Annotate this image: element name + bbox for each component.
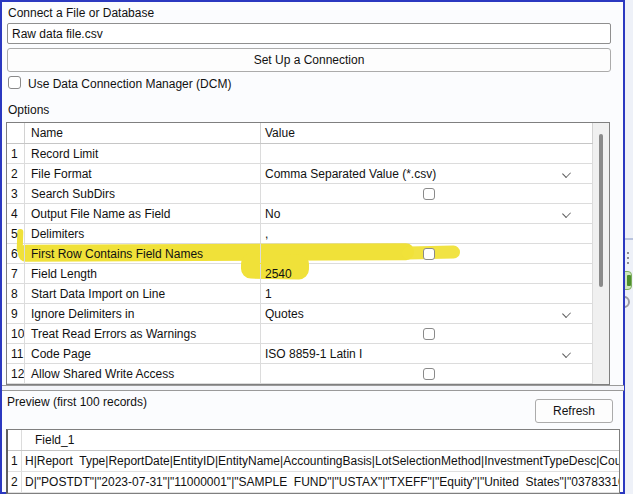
option-value-text: ISO 8859-1 Latin I: [265, 347, 362, 361]
row-number: 12: [7, 364, 25, 383]
row-number: 7: [7, 264, 25, 283]
chevron-down-icon[interactable]: [562, 209, 571, 218]
option-value-cell[interactable]: No: [261, 204, 593, 223]
preview-row-text: D|"POSTDT"|"2023-07-31"|"11000001"|"SAMP…: [22, 472, 619, 492]
preview-row-2: 2D|"POSTDT"|"2023-07-31"|"11000001"|"SAM…: [8, 472, 619, 493]
panel-frame: Connect a File or Database Set Up a Conn…: [0, 0, 625, 494]
row-number: 3: [7, 184, 25, 203]
option-value-text: 2540: [265, 267, 292, 281]
option-value-cell[interactable]: ,: [261, 224, 593, 243]
option-value-text: ,: [265, 227, 268, 241]
canvas-divider: [625, 238, 633, 240]
options-vertical-scrollbar[interactable]: [593, 123, 609, 384]
option-checkbox[interactable]: [423, 188, 435, 200]
options-row-10: 10Treat Read Errors as Warnings: [7, 324, 609, 344]
preview-grid: Field_1 1H|Report Type|ReportDate|Entity…: [6, 429, 620, 494]
option-value-cell[interactable]: [261, 244, 593, 263]
option-value-text: Quotes: [265, 307, 304, 321]
tool-icon-fragment: [625, 271, 632, 290]
connect-file-label: Connect a File or Database: [8, 6, 154, 20]
options-row-12: 12Allow Shared Write Access: [7, 364, 609, 384]
tool-icon-bar: [627, 275, 631, 286]
options-row-11: 11Code PageISO 8859-1 Latin I: [7, 344, 609, 364]
option-name: Ignore Delimiters in: [25, 304, 261, 323]
option-name: Field Length: [25, 264, 261, 283]
option-checkbox[interactable]: [423, 368, 435, 380]
row-number: 4: [7, 204, 25, 223]
circle-icon-fragment: [625, 296, 630, 308]
preview-header-field1-cell: Field_1: [22, 430, 619, 450]
preview-grid-body: 1H|Report Type|ReportDate|EntityID|Entit…: [8, 451, 619, 493]
options-row-8: 8Start Data Import on Line1: [7, 284, 609, 304]
option-value-cell[interactable]: [261, 184, 593, 203]
options-row-1: 1Record Limit: [7, 144, 609, 164]
option-checkbox[interactable]: [423, 248, 435, 260]
option-name: Record Limit: [25, 144, 261, 163]
chevron-down-icon[interactable]: [562, 169, 571, 178]
options-label: Options: [8, 103, 49, 117]
input-data-configuration-panel: Connect a File or Database Set Up a Conn…: [0, 0, 633, 494]
row-number: 6: [7, 244, 25, 263]
chevron-down-icon[interactable]: [562, 349, 571, 358]
option-checkbox[interactable]: [423, 328, 435, 340]
options-grid: Name Value 1Record Limit2File FormatComm…: [6, 122, 610, 385]
preview-row-1: 1H|Report Type|ReportDate|EntityID|Entit…: [8, 451, 619, 472]
scrollbar-thumb[interactable]: [599, 134, 603, 287]
row-number: 2: [7, 164, 25, 183]
option-name: Allow Shared Write Access: [25, 364, 261, 383]
options-row-3: 3Search SubDirs: [7, 184, 609, 204]
options-row-7: 7Field Length2540: [7, 264, 609, 284]
option-value-cell[interactable]: 2540: [261, 264, 593, 283]
option-value-cell[interactable]: [261, 364, 593, 383]
header-name-cell: Name: [25, 123, 261, 143]
option-value-cell[interactable]: [261, 324, 593, 343]
panel-splitter[interactable]: [2, 385, 624, 391]
option-name: Start Data Import on Line: [25, 284, 261, 303]
option-name: First Row Contains Field Names: [25, 244, 261, 263]
dcm-checkbox[interactable]: [8, 76, 21, 89]
option-name: File Format: [25, 164, 261, 183]
option-value-cell[interactable]: 1: [261, 284, 593, 303]
preview-row-number: 1: [8, 451, 22, 471]
row-number: 5: [7, 224, 25, 243]
canvas-edge-sliver: [625, 0, 633, 494]
option-value-text: 1: [265, 287, 272, 301]
preview-row-number: 2: [8, 472, 22, 492]
row-number: 11: [7, 344, 25, 363]
header-value-cell: Value: [261, 123, 593, 143]
option-value-cell[interactable]: Quotes: [261, 304, 593, 323]
preview-header-number-cell: [8, 430, 22, 450]
preview-row-text: H|Report Type|ReportDate|EntityID|Entity…: [22, 451, 619, 471]
option-name: Treat Read Errors as Warnings: [25, 324, 261, 343]
dcm-label: Use Data Connection Manager (DCM): [28, 77, 231, 91]
option-name: Delimiters: [25, 224, 261, 243]
row-number: 9: [7, 304, 25, 323]
options-row-4: 4Output File Name as FieldNo: [7, 204, 609, 224]
option-name: Search SubDirs: [25, 184, 261, 203]
options-grid-header: Name Value: [7, 123, 609, 144]
option-value-cell[interactable]: Comma Separated Value (*.csv): [261, 164, 593, 183]
option-value-cell[interactable]: ISO 8859-1 Latin I: [261, 344, 593, 363]
option-value-text: Comma Separated Value (*.csv): [265, 167, 436, 181]
options-grid-body: 1Record Limit2File FormatComma Separated…: [7, 144, 609, 384]
chevron-down-icon[interactable]: [562, 309, 571, 318]
row-number: 8: [7, 284, 25, 303]
options-row-6: 6First Row Contains Field Names: [7, 244, 609, 264]
header-row-number-cell: [7, 123, 25, 143]
row-number: 10: [7, 324, 25, 343]
preview-label: Preview (first 100 records): [7, 395, 147, 409]
connection-path-input[interactable]: [7, 23, 611, 44]
row-number: 1: [7, 144, 25, 163]
option-name: Code Page: [25, 344, 261, 363]
options-row-9: 9Ignore Delimiters inQuotes: [7, 304, 609, 324]
setup-connection-button[interactable]: Set Up a Connection: [7, 48, 611, 72]
refresh-button[interactable]: Refresh: [535, 399, 613, 423]
preview-grid-header: Field_1: [8, 430, 619, 451]
vertical-dots-icon: [627, 252, 629, 264]
option-name: Output File Name as Field: [25, 204, 261, 223]
option-value-cell[interactable]: [261, 144, 593, 163]
options-row-2: 2File FormatComma Separated Value (*.csv…: [7, 164, 609, 184]
option-value-text: No: [265, 207, 280, 221]
options-row-5: 5Delimiters,: [7, 224, 609, 244]
